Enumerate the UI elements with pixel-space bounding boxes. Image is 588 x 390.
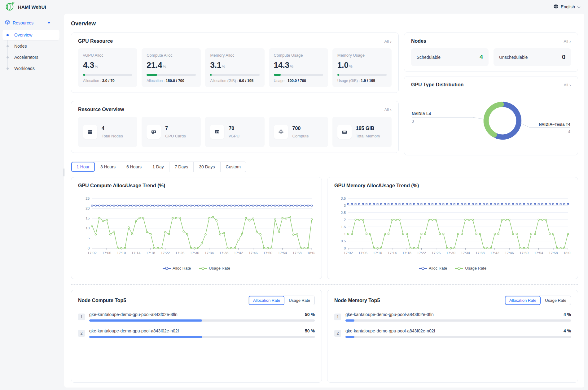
tab-3-hours[interactable]: 3 Hours <box>95 162 121 172</box>
svg-text:17:30: 17:30 <box>446 251 455 255</box>
svg-text:17:38: 17:38 <box>219 251 229 255</box>
overview-tile-total-memory: 195 GiB Total Memory <box>332 117 392 147</box>
tab-custom[interactable]: Custom <box>220 162 246 172</box>
card-title: Node Compute Top5 <box>78 298 126 303</box>
overview-value: 7 <box>165 126 186 131</box>
allocation-rate-toggle[interactable]: Allocation Rate <box>249 296 284 305</box>
overview-value: 700 <box>292 126 309 131</box>
metric-tile-vgpu-alloc: vGPU Alloc 4.3% Allocation :3.0 / 70 <box>78 48 137 87</box>
sidebar-group-label: Resources <box>13 20 33 25</box>
tree-dot-icon <box>7 67 9 70</box>
overview-label: GPU Cards <box>165 134 186 138</box>
sidebar-item-label: Accelerators <box>14 55 38 60</box>
vgpu-icon <box>210 125 224 139</box>
svg-text:17:14: 17:14 <box>131 251 141 255</box>
metric-value: 4.3% <box>83 60 132 70</box>
unschedulable-tile: Unschedulable 0 <box>494 48 571 66</box>
svg-text:17:26: 17:26 <box>175 251 185 255</box>
svg-text:3: 3 <box>412 119 414 124</box>
svg-text:3: 3 <box>344 203 346 207</box>
sidebar-item-accelerators[interactable]: Accelerators <box>2 52 59 63</box>
overview-value: 4 <box>102 126 123 131</box>
metric-label: Compute Alloc <box>147 53 196 58</box>
schedulable-tile: Schedulable 4 <box>411 48 489 66</box>
legend-alloc-rate[interactable]: Alloc Rate <box>163 266 191 271</box>
unschedulable-label: Unschedulable <box>499 55 528 60</box>
sidebar-submenu: Overview Nodes Accelerators Workloads <box>0 30 64 74</box>
svg-text:17:18: 17:18 <box>402 251 411 255</box>
sidebar-item-workloads[interactable]: Workloads <box>2 63 59 74</box>
tab-1-day[interactable]: 1 Day <box>147 162 169 172</box>
svg-text:17:38: 17:38 <box>476 251 485 255</box>
bar-track <box>89 319 315 322</box>
gpu-compute-trend-card: GPU Compute Alloc/Usage Trend (%) 051015… <box>71 177 322 279</box>
chevron-right-icon: › <box>569 83 571 87</box>
bar-track <box>89 336 315 338</box>
app-title: HAMi WebUI <box>18 4 46 10</box>
resource-overview-all-link[interactable]: All › <box>384 107 392 112</box>
gpu-resource-all-link[interactable]: All › <box>384 39 392 44</box>
svg-text:0.5: 0.5 <box>341 239 346 243</box>
tab-6-hours[interactable]: 6 Hours <box>121 162 147 172</box>
metric-tile-memory-usage: Memory Usage 1.0% Usage (GiB) :1.9 / 195 <box>332 48 392 87</box>
legend-alloc-rate[interactable]: Alloc Rate <box>419 266 447 271</box>
svg-text:1.5: 1.5 <box>341 225 346 229</box>
legend-usage-rate[interactable]: Usage Rate <box>455 266 486 271</box>
metric-detail: Usage :100.0 / 700 <box>274 79 323 83</box>
svg-text:17:22: 17:22 <box>417 251 426 255</box>
chart-legend: Alloc Rate Usage Rate <box>334 266 571 271</box>
svg-text:20: 20 <box>86 206 90 210</box>
sidebar: Resources Overview Nodes Accelerators Wo… <box>0 14 64 390</box>
unschedulable-value: 0 <box>562 54 565 61</box>
overview-label: Total Memory <box>356 134 380 138</box>
compute-icon <box>274 125 288 139</box>
bar-fill <box>345 336 354 338</box>
metric-detail: Allocation (GiB) :6.0 / 195 <box>210 79 259 83</box>
svg-text:17:50: 17:50 <box>520 251 529 255</box>
nodes-icon <box>83 125 97 139</box>
nodes-all-link[interactable]: All › <box>564 39 571 44</box>
schedulable-value: 4 <box>480 54 483 61</box>
svg-text:2.5: 2.5 <box>341 210 346 214</box>
language-selector[interactable]: English <box>553 4 581 10</box>
progress-track <box>83 74 132 76</box>
overview-value: 195 GiB <box>356 126 380 131</box>
svg-text:NVIDIA L4: NVIDIA L4 <box>412 111 431 116</box>
sidebar-item-label: Overview <box>14 32 32 37</box>
card-title: Nodes <box>411 38 426 44</box>
sidebar-group-resources[interactable]: Resources <box>0 17 64 29</box>
rank-badge: 2 <box>78 330 85 337</box>
bar-fill <box>89 336 202 338</box>
gpu-type-all-link[interactable]: All › <box>564 83 571 87</box>
tab-30-days[interactable]: 30 Days <box>193 162 220 172</box>
legend-line-icon <box>455 267 463 270</box>
schedulable-label: Schedulable <box>417 55 441 60</box>
tab-7-days[interactable]: 7 Days <box>169 162 194 172</box>
svg-text:17:10: 17:10 <box>117 251 126 255</box>
metric-value: 14.3% <box>274 60 323 70</box>
resource-overview-card: Resource Overview All › <box>71 101 399 153</box>
sidebar-resize-handle[interactable] <box>64 168 64 176</box>
usage-rate-toggle[interactable]: Usage Rate <box>284 296 314 305</box>
progress-fill <box>337 74 339 76</box>
svg-text:15: 15 <box>86 216 90 220</box>
svg-text:18:02: 18:02 <box>307 251 315 255</box>
legend-usage-rate[interactable]: Usage Rate <box>199 266 230 271</box>
progress-track <box>147 74 196 76</box>
svg-text:17:10: 17:10 <box>373 251 382 255</box>
gpu-type-distribution-card: GPU Type Distribution All › NVIDIA–Tesla… <box>404 76 578 155</box>
node-name: gke-kantaloupe-demo-gpu-pool-a843f02e-n0… <box>345 328 435 333</box>
allocation-rate-toggle[interactable]: Allocation Rate <box>505 296 541 305</box>
node-value: 50 % <box>305 312 315 317</box>
node-compute-top5-card: Node Compute Top5 Allocation Rate Usage … <box>71 290 322 383</box>
sidebar-item-label: Workloads <box>14 66 35 71</box>
all-label: All <box>384 107 389 112</box>
bar-track <box>345 336 571 338</box>
table-row: 2 gke-kantaloupe-demo-gpu-pool-a843f02e-… <box>78 328 315 338</box>
sidebar-item-overview[interactable]: Overview <box>2 30 59 40</box>
progress-fill <box>274 74 281 76</box>
tab-1-hour[interactable]: 1 Hour <box>71 162 95 172</box>
sidebar-item-nodes[interactable]: Nodes <box>2 41 59 51</box>
usage-rate-toggle[interactable]: Usage Rate <box>541 296 571 305</box>
svg-text:17:58: 17:58 <box>549 251 558 255</box>
